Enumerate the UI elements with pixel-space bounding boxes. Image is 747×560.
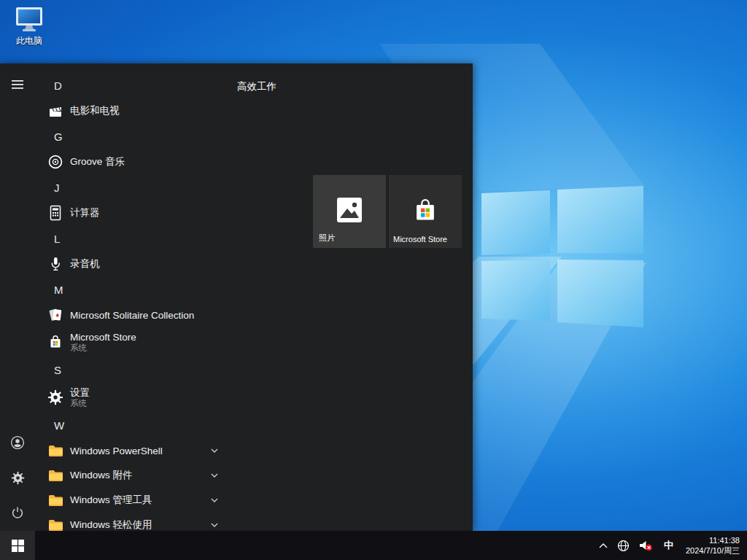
folder-icon [47,516,64,531]
chevron-down-icon[interactable] [210,497,219,503]
gear-icon [11,471,25,485]
voice-recorder-icon [47,255,64,273]
system-tray: 中 11:41:38 2024/7/10/周三 [599,531,747,560]
photos-icon [335,195,364,228]
letter-label: L [54,233,60,245]
chevron-down-icon[interactable] [210,472,219,478]
app-list-item-movies-tv[interactable]: 电影和电视 [35,98,306,123]
letter-label: G [54,131,63,143]
tile-label: Microsoft Store [393,235,447,244]
desktop-icon-label: 此电脑 [9,35,50,47]
app-label: Windows 轻松使用 [70,518,152,531]
app-label: Windows 管理工具 [70,494,152,507]
volume-muted-button[interactable] [639,531,653,560]
app-list-folder-windows-powershell[interactable]: Windows PowerShell [35,438,306,463]
tile-group-title[interactable]: 高效工作 [237,80,276,93]
movies-tv-icon [47,102,64,120]
speaker-muted-icon [639,540,653,552]
app-label: 电影和电视 [70,104,120,117]
groove-music-icon [47,153,64,171]
start-menu: D 电影和电视 G [0,63,473,531]
app-label: Microsoft Store [70,332,136,343]
clock-date: 2024/7/10/周三 [686,545,740,556]
app-list-item-calculator[interactable]: 计算器 [35,201,306,225]
calculator-icon [47,204,64,222]
app-label: Microsoft Solitaire Collection [70,310,194,321]
tray-expand-button[interactable] [599,531,608,560]
app-list-folder-windows-admin-tools[interactable]: Windows 管理工具 [35,488,306,513]
app-list-item-settings[interactable]: 设置 系统 [35,383,306,412]
app-list-letter-l[interactable]: L [35,225,306,252]
ime-indicator[interactable]: 中 [662,531,675,560]
letter-label: D [54,79,62,92]
chevron-down-icon[interactable] [210,448,219,454]
app-list-item-voice-recorder[interactable]: 录音机 [35,252,306,276]
app-list-letter-w[interactable]: W [35,412,306,438]
app-sublabel: 系统 [70,343,136,353]
windows-logo-icon [12,540,24,552]
app-sublabel: 系统 [70,399,90,408]
app-list-letter-g[interactable]: G [35,123,306,149]
app-list-item-solitaire[interactable]: Microsoft Solitaire Collection [35,303,306,327]
desktop-icon-this-pc[interactable]: 此电脑 [9,6,50,47]
user-icon [10,435,25,450]
start-button[interactable] [0,531,35,560]
network-status-button[interactable] [617,531,630,560]
app-list-letter-m[interactable]: M [35,276,306,303]
app-list-folder-windows-accessories[interactable]: Windows 附件 [35,463,306,488]
letter-label: J [54,182,60,194]
user-account-button[interactable] [0,425,35,460]
folder-icon [47,467,64,484]
app-label: Windows PowerShell [70,446,163,456]
hamburger-icon [12,80,23,89]
app-list-letter-j[interactable]: J [35,174,306,201]
start-menu-rail [0,63,35,531]
power-icon [11,506,24,519]
letter-label: S [54,364,61,376]
app-labels: Microsoft Store 系统 [70,332,136,353]
folder-icon [47,442,64,459]
app-list-item-groove-music[interactable]: Groove 音乐 [35,149,306,174]
expand-menu-button[interactable] [0,67,35,102]
chevron-up-icon [599,543,608,548]
globe-network-icon [617,540,630,552]
app-labels: 设置 系统 [70,387,90,408]
letter-label: M [54,284,63,296]
store-icon [47,333,64,351]
taskbar: 中 11:41:38 2024/7/10/周三 [0,531,747,560]
tile-photos[interactable]: 照片 [313,175,386,248]
app-label: 设置 [70,387,90,399]
settings-button[interactable] [0,460,35,495]
screen: 此电脑 [0,0,747,560]
settings-gear-icon [47,389,64,406]
app-list-item-microsoft-store[interactable]: Microsoft Store 系统 [35,327,306,357]
chevron-down-icon[interactable] [210,522,219,528]
store-icon [411,195,439,228]
app-label: 计算器 [70,206,100,219]
this-pc-icon [13,6,45,34]
app-label: 录音机 [70,257,100,271]
clock-time: 11:41:38 [686,535,740,545]
app-label: Groove 音乐 [70,155,125,168]
clock[interactable]: 11:41:38 2024/7/10/周三 [684,535,740,556]
power-button[interactable] [0,495,35,530]
app-list: D 电影和电视 G [35,63,306,531]
app-label: Windows 附件 [70,469,133,482]
solitaire-icon [47,306,64,324]
tile-microsoft-store[interactable]: Microsoft Store [389,175,462,248]
app-list-letter-s[interactable]: S [35,357,306,383]
letter-label: W [54,419,64,432]
folder-icon [47,491,64,509]
app-list-folder-windows-ease-of-access[interactable]: Windows 轻松使用 [35,513,306,531]
tile-label: 照片 [319,233,335,244]
